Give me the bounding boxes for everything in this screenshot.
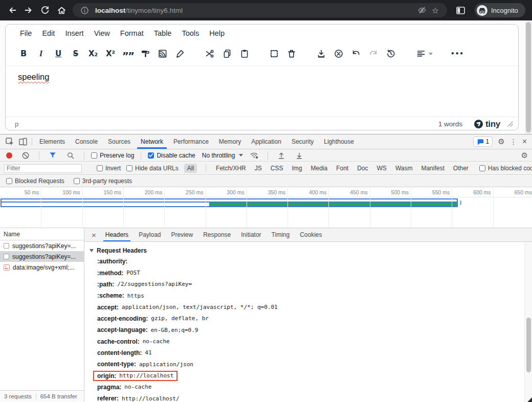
- paste-button[interactable]: [238, 47, 251, 60]
- detail-tab-payload[interactable]: Payload: [134, 228, 166, 241]
- import-har-button[interactable]: [275, 149, 288, 162]
- type-filter-wasm[interactable]: Wasm: [394, 164, 414, 173]
- blockquote-button[interactable]: ””: [121, 47, 135, 60]
- subscript-button[interactable]: X₂: [86, 47, 100, 60]
- detail-tab-cookies[interactable]: Cookies: [295, 228, 327, 241]
- clear-button[interactable]: [19, 149, 32, 162]
- issues-badge[interactable]: 1: [473, 137, 493, 147]
- page-info-icon[interactable]: [78, 4, 91, 17]
- menu-view[interactable]: View: [89, 27, 115, 39]
- has-blocked-cookies-checkbox[interactable]: Has blocked cookies: [479, 165, 532, 172]
- word-count[interactable]: 1 words: [438, 120, 462, 128]
- detail-close-icon[interactable]: ×: [87, 231, 100, 239]
- network-overview-timeline[interactable]: 50 ms100 ms150 ms200 ms250 ms300 ms350 m…: [0, 188, 532, 228]
- export-button[interactable]: [315, 47, 328, 60]
- cut-button[interactable]: [203, 47, 216, 60]
- page-scrollbar-thumb[interactable]: [526, 22, 531, 132]
- detail-tab-timing[interactable]: Timing: [267, 228, 295, 241]
- device-toolbar-button[interactable]: [16, 135, 30, 148]
- tab-sources[interactable]: Sources: [103, 135, 136, 149]
- type-filter-all[interactable]: All: [184, 164, 197, 173]
- select-all-button[interactable]: [268, 47, 281, 60]
- format-painter-button[interactable]: [139, 47, 152, 60]
- name-column-header[interactable]: Name: [0, 228, 84, 240]
- network-settings-icon[interactable]: ⚙: [521, 151, 528, 160]
- overview-selection-box[interactable]: [1, 198, 458, 207]
- incognito-badge[interactable]: Incognito: [475, 3, 525, 17]
- tab-application[interactable]: Application: [246, 135, 286, 149]
- hide-data-urls-checkbox[interactable]: Hide data URLs: [126, 165, 179, 172]
- type-filter-fetch-xhr[interactable]: Fetch/XHR: [215, 164, 247, 173]
- side-panel-button[interactable]: [452, 2, 469, 18]
- throttling-select[interactable]: No throttling: [202, 152, 243, 159]
- request-row[interactable]: suggestions?apiKey=...: [0, 240, 84, 251]
- detail-tab-headers[interactable]: Headers: [100, 228, 134, 241]
- request-headers-section[interactable]: Request Headers: [84, 245, 524, 256]
- cancel-button[interactable]: [332, 47, 345, 60]
- type-filter-css[interactable]: CSS: [270, 164, 284, 173]
- editor-content-area[interactable]: speeling: [6, 65, 518, 117]
- type-filter-doc[interactable]: Doc: [356, 164, 369, 173]
- menu-edit[interactable]: Edit: [37, 27, 60, 39]
- menu-table[interactable]: Table: [149, 27, 177, 39]
- reload-button[interactable]: [37, 2, 53, 18]
- type-filter-font[interactable]: Font: [335, 164, 349, 173]
- menu-insert[interactable]: Insert: [60, 27, 88, 39]
- preserve-log-checkbox[interactable]: Preserve log: [91, 152, 134, 159]
- copy-button[interactable]: [220, 47, 234, 60]
- type-filter-img[interactable]: Img: [291, 164, 303, 173]
- detail-scrollbar-thumb[interactable]: [526, 318, 531, 372]
- delete-button[interactable]: [285, 47, 298, 60]
- menu-help[interactable]: Help: [204, 27, 230, 39]
- permanent-pen-button[interactable]: [173, 47, 187, 60]
- forward-button[interactable]: [20, 2, 37, 18]
- bold-button[interactable]: B: [17, 47, 30, 60]
- search-button[interactable]: [64, 149, 77, 162]
- devtools-menu-icon[interactable]: ⋮: [510, 138, 517, 146]
- misspelled-word[interactable]: speeling: [18, 72, 49, 82]
- superscript-button[interactable]: X²: [104, 47, 117, 60]
- type-filter-js[interactable]: JS: [254, 164, 263, 173]
- more-button[interactable]: •••: [451, 47, 464, 60]
- page-scrollbar[interactable]: [525, 20, 532, 134]
- menu-format[interactable]: Format: [115, 27, 149, 39]
- export-har-button[interactable]: [293, 149, 306, 162]
- redo-button[interactable]: [367, 47, 380, 60]
- network-conditions-button[interactable]: [248, 149, 261, 162]
- strikethrough-button[interactable]: S: [69, 47, 82, 60]
- align-left-button[interactable]: [414, 47, 434, 60]
- disable-cache-checkbox[interactable]: Disable cache: [148, 152, 195, 159]
- tab-security[interactable]: Security: [286, 135, 319, 149]
- tab-performance[interactable]: Performance: [168, 135, 214, 149]
- tab-memory[interactable]: Memory: [214, 135, 246, 149]
- type-filter-media[interactable]: Media: [309, 164, 328, 173]
- tab-network[interactable]: Network: [136, 135, 168, 149]
- italic-button[interactable]: I: [34, 47, 48, 60]
- page-embed-button[interactable]: [156, 47, 169, 60]
- element-path[interactable]: p: [15, 120, 438, 128]
- third-party-requests-checkbox[interactable]: 3rd-party requests: [74, 177, 132, 185]
- tab-lighthouse[interactable]: Lighthouse: [319, 135, 359, 149]
- devtools-close-icon[interactable]: ×: [522, 137, 527, 146]
- devtools-settings-icon[interactable]: ⚙: [498, 137, 504, 146]
- type-filter-manifest[interactable]: Manifest: [420, 164, 445, 173]
- detail-tab-response[interactable]: Response: [198, 228, 236, 241]
- type-filter-ws[interactable]: WS: [376, 164, 388, 173]
- record-button[interactable]: [6, 152, 12, 159]
- menu-tools[interactable]: Tools: [176, 27, 204, 39]
- eye-blocked-icon[interactable]: [415, 4, 429, 17]
- resize-corner[interactable]: [527, 397, 532, 402]
- url-bar[interactable]: localhost/tinymce/tiny6.html ☆: [73, 3, 447, 17]
- back-button[interactable]: [4, 2, 20, 18]
- tab-console[interactable]: Console: [70, 135, 103, 149]
- request-row[interactable]: suggestions?apiKey=...: [0, 251, 84, 262]
- bookmark-star-icon[interactable]: ☆: [429, 4, 442, 17]
- tab-elements[interactable]: Elements: [34, 135, 70, 149]
- inspect-element-button[interactable]: [3, 135, 16, 148]
- undo-button[interactable]: [349, 47, 363, 60]
- tiny-branding[interactable]: tiny: [474, 119, 500, 129]
- detail-scrollbar[interactable]: [524, 242, 532, 402]
- detail-tab-initiator[interactable]: Initiator: [236, 228, 266, 241]
- home-button[interactable]: [53, 2, 70, 18]
- invert-checkbox[interactable]: Invert: [97, 165, 121, 172]
